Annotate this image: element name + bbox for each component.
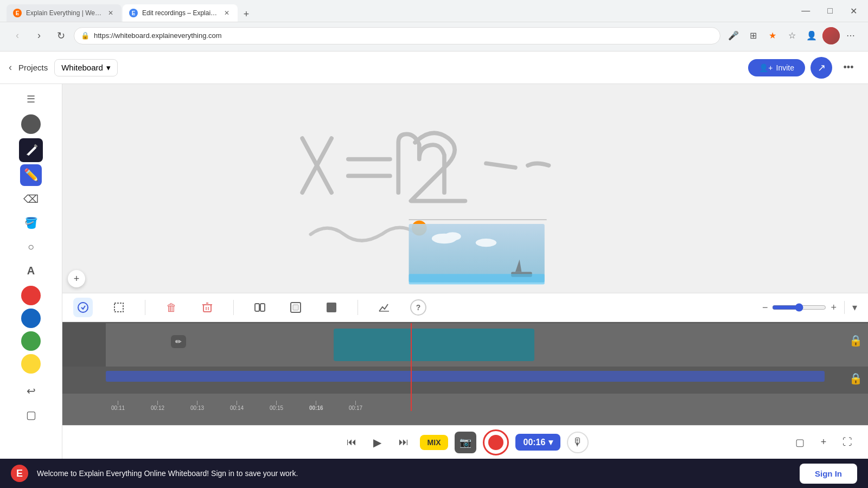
current-color-dot[interactable]: [21, 114, 41, 134]
pen-tool-button[interactable]: [19, 138, 43, 162]
bottom-controls: ⏮ ▶ ⏭ MIX 📷 00:16 ▾: [62, 425, 868, 459]
delete-all-icon: [201, 301, 213, 313]
whiteboard-canvas[interactable]: +: [62, 84, 868, 293]
fill-tool-button[interactable]: 🪣: [20, 212, 42, 234]
tab-label-1: Explain Everything | Web W...: [26, 9, 102, 17]
tab-inactive[interactable]: E Explain Everything | Web W... ✕: [7, 4, 122, 22]
ruler-mark-5: 00:16: [309, 401, 323, 411]
new-tab-button[interactable]: +: [239, 7, 254, 22]
whiteboard-label: Whiteboard: [61, 63, 103, 72]
highlight-icon: ✏️: [24, 168, 39, 182]
tab-close-2[interactable]: ✕: [222, 9, 231, 17]
favorites-icon[interactable]: ☆: [783, 27, 801, 44]
ruler-mark-1: 00:12: [151, 401, 164, 411]
tab-favicon-2: E: [129, 9, 138, 17]
lock-icon-bottom[interactable]: 🔒: [849, 372, 863, 385]
pen-tool-icon: [23, 143, 39, 158]
zoom-minus-icon[interactable]: −: [762, 302, 768, 313]
ruler-mark-0: 00:11: [111, 401, 125, 411]
chart-icon: [378, 301, 390, 313]
back-projects-button[interactable]: ‹: [9, 62, 12, 73]
sign-in-button[interactable]: Sign In: [800, 464, 857, 484]
split-icon: [254, 301, 266, 313]
avatar[interactable]: [822, 27, 840, 44]
mic-button[interactable]: 🎙: [567, 432, 589, 453]
back-button[interactable]: ‹: [9, 27, 26, 44]
timeline-area: ✏ 🔒 🔒: [62, 322, 868, 425]
edit-select-button[interactable]: [73, 298, 93, 317]
mix-button[interactable]: MIX: [420, 435, 449, 450]
extensions-icon[interactable]: ⊞: [744, 27, 762, 44]
text-tool-button[interactable]: A: [20, 260, 42, 281]
camera-button[interactable]: 📷: [455, 432, 476, 453]
share-button[interactable]: ↗: [810, 57, 832, 79]
menu-button[interactable]: ☰: [20, 88, 42, 110]
toolbar-strip: 🗑: [62, 293, 868, 322]
track-pencil-button[interactable]: ✏: [171, 335, 186, 348]
ruler-mark-6: 00:17: [349, 401, 362, 411]
help-button[interactable]: ?: [410, 299, 426, 316]
delete-all-button[interactable]: [197, 298, 217, 317]
browser-chrome: E Explain Everything | Web W... ✕ E Edit…: [0, 0, 868, 52]
mic-nav-icon[interactable]: 🎤: [725, 27, 742, 44]
time-display[interactable]: 00:16 ▾: [515, 434, 560, 451]
maximize-button[interactable]: □: [823, 4, 837, 18]
svg-point-7: [476, 239, 497, 247]
reload-button[interactable]: ↻: [52, 27, 69, 44]
color-red[interactable]: [21, 286, 41, 305]
highlight-tool-button[interactable]: ✏️: [20, 164, 42, 186]
ee-extension-icon[interactable]: ★: [764, 27, 781, 44]
color-yellow[interactable]: [21, 354, 41, 374]
profile-icon[interactable]: 👤: [803, 27, 820, 44]
invite-button[interactable]: 👤+ Invite: [748, 59, 805, 76]
chart-button[interactable]: [374, 298, 394, 317]
record-button[interactable]: [483, 429, 509, 455]
address-bar[interactable]: 🔒 https://whiteboard.explaineverything.c…: [74, 27, 720, 44]
fullscreen-button[interactable]: ⛶: [838, 433, 857, 452]
timeline-track: ✏ 🔒: [62, 323, 868, 367]
camera-icon: 📷: [459, 436, 471, 448]
invite-label: Invite: [776, 63, 794, 72]
crop-button[interactable]: [322, 298, 341, 317]
add-button[interactable]: +: [814, 433, 833, 452]
play-button[interactable]: ▶: [368, 433, 387, 452]
playhead[interactable]: [411, 323, 412, 367]
chevron-down-icon[interactable]: ▾: [852, 301, 857, 313]
main-track-block[interactable]: [334, 329, 534, 361]
whiteboard-selector[interactable]: Whiteboard ▾: [54, 59, 118, 76]
rewind-button[interactable]: ⏮: [342, 433, 361, 452]
insert-button[interactable]: ▢: [790, 433, 809, 452]
fast-forward-icon: ⏭: [399, 436, 409, 448]
shapes-tool-button[interactable]: ○: [20, 236, 42, 258]
bottom-right-buttons: ▢ + ⛶: [790, 433, 857, 452]
share-icon: ↗: [818, 62, 826, 74]
fast-forward-button[interactable]: ⏭: [394, 433, 413, 452]
eraser-tool-button[interactable]: ⌫: [20, 188, 42, 210]
undo-button[interactable]: ↩: [20, 380, 42, 402]
split-button[interactable]: [250, 298, 270, 317]
tab-close-1[interactable]: ✕: [106, 9, 115, 17]
zoom-slider[interactable]: [772, 303, 826, 312]
rect-select-button[interactable]: [109, 298, 129, 317]
invite-icon: 👤+: [759, 63, 773, 72]
projects-link[interactable]: Projects: [18, 63, 48, 72]
svg-rect-14: [203, 305, 211, 312]
more-options-button[interactable]: •••: [838, 57, 859, 79]
ruler-marks-container: 00:11 00:12 00:13 00:14: [106, 394, 868, 411]
close-button[interactable]: ✕: [846, 4, 861, 18]
zoom-button[interactable]: +: [68, 270, 85, 287]
tab-active[interactable]: E Edit recordings – Explain Everyth... ✕: [123, 4, 238, 22]
more-nav-icon[interactable]: ⋯: [842, 27, 859, 44]
frame-button[interactable]: [286, 298, 305, 317]
delete-button[interactable]: 🗑: [162, 298, 181, 317]
minimize-button[interactable]: —: [797, 4, 814, 18]
lock-icon-top[interactable]: 🔒: [849, 334, 863, 347]
color-green[interactable]: [21, 331, 41, 351]
zoom-plus-icon[interactable]: +: [831, 302, 837, 313]
forward-button[interactable]: ›: [30, 27, 48, 44]
media-button[interactable]: ▢: [20, 404, 42, 426]
header-right: 👤+ Invite ↗ •••: [748, 57, 859, 79]
audio-track-block[interactable]: [106, 371, 825, 382]
color-blue[interactable]: [21, 309, 41, 328]
nav-bar: ‹ › ↻ 🔒 https://whiteboard.explaineveryt…: [0, 22, 868, 49]
